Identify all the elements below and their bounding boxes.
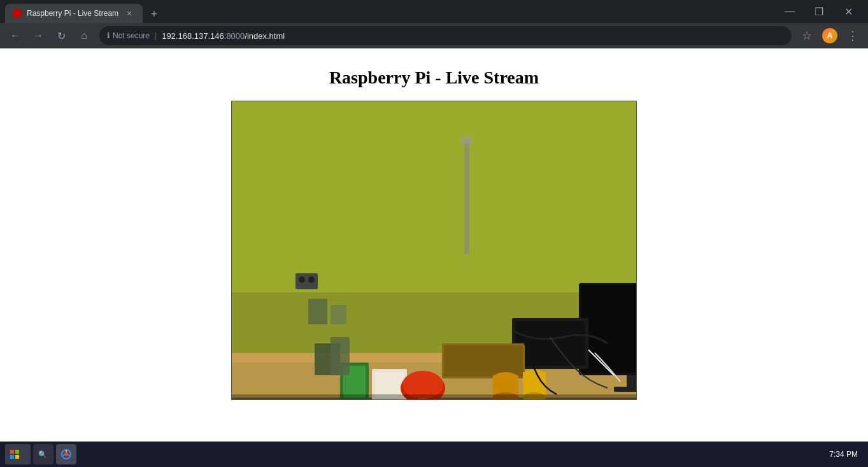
tab-area: Raspberry Pi - Live Stream × + xyxy=(5,0,775,23)
svg-rect-5 xyxy=(464,140,469,254)
page-title: Raspberry Pi - Live Stream xyxy=(329,68,539,88)
svg-point-31 xyxy=(308,277,315,283)
active-tab[interactable]: Raspberry Pi - Live Stream × xyxy=(5,4,143,23)
svg-rect-10 xyxy=(614,387,636,392)
svg-rect-8 xyxy=(581,285,636,373)
taskbar-search[interactable]: 🔍 xyxy=(33,444,53,464)
close-button[interactable]: ✕ xyxy=(834,0,863,23)
menu-button[interactable]: ⋮ xyxy=(843,25,863,46)
taskbar-time: 7:34 PM xyxy=(829,450,863,459)
browser-frame: Raspberry Pi - Live Stream × + — ❐ ✕ ← →… xyxy=(0,0,868,467)
reload-button[interactable]: ↻ xyxy=(51,25,71,46)
stream-svg xyxy=(232,101,636,399)
svg-rect-9 xyxy=(627,375,636,388)
forward-button[interactable]: → xyxy=(28,25,48,46)
home-button[interactable]: ⌂ xyxy=(74,25,94,46)
svg-rect-14 xyxy=(444,345,523,377)
window-controls: — ❐ ✕ xyxy=(775,0,863,23)
svg-rect-6 xyxy=(461,136,473,144)
svg-rect-12 xyxy=(515,321,585,366)
profile-button[interactable]: A xyxy=(820,25,840,46)
svg-rect-33 xyxy=(331,337,350,375)
svg-rect-34 xyxy=(232,394,636,399)
security-icon: ℹ Not secure xyxy=(107,31,150,40)
not-secure-label: Not secure xyxy=(113,31,150,40)
profile-avatar: A xyxy=(822,28,837,43)
url-divider: | xyxy=(155,31,157,40)
address-bar[interactable]: ℹ Not secure | 192.168.137.146:8000/inde… xyxy=(99,26,792,45)
title-bar: Raspberry Pi - Live Stream × + — ❐ ✕ xyxy=(0,0,868,23)
stream-container xyxy=(231,101,637,400)
svg-rect-35 xyxy=(10,450,14,454)
stream-image xyxy=(232,101,636,399)
svg-rect-28 xyxy=(331,305,346,324)
svg-rect-36 xyxy=(15,450,19,454)
windows-icon xyxy=(10,450,19,459)
svg-rect-1 xyxy=(232,101,636,292)
svg-rect-29 xyxy=(295,273,318,289)
bookmark-button[interactable]: ☆ xyxy=(797,25,817,46)
info-icon: ℹ xyxy=(107,31,110,40)
taskbar-chrome[interactable] xyxy=(56,444,76,464)
minimize-button[interactable]: — xyxy=(775,0,804,23)
nav-bar: ← → ↻ ⌂ ℹ Not secure | 192.168.137.146:8… xyxy=(0,23,868,48)
taskbar-start[interactable] xyxy=(5,444,31,464)
taskbar: 🔍 7:34 PM xyxy=(0,442,868,467)
tab-favicon xyxy=(13,9,22,18)
back-button[interactable]: ← xyxy=(5,25,25,46)
page-content: Raspberry Pi - Live Stream xyxy=(0,48,868,442)
url-base: 192.168.137.146 xyxy=(162,31,224,41)
svg-rect-18 xyxy=(375,372,404,398)
svg-rect-37 xyxy=(10,455,14,459)
maximize-button[interactable]: ❐ xyxy=(804,0,834,23)
svg-point-30 xyxy=(299,277,305,283)
url-display: 192.168.137.146:8000/index.html xyxy=(162,31,784,41)
tab-title: Raspberry Pi - Live Stream xyxy=(27,9,118,18)
chrome-taskbar-icon xyxy=(61,449,71,459)
url-port: :8000 xyxy=(224,31,245,41)
svg-rect-27 xyxy=(308,299,327,324)
svg-rect-38 xyxy=(15,455,19,459)
tab-close-button[interactable]: × xyxy=(124,8,135,19)
url-path: /index.html xyxy=(245,31,285,41)
new-tab-button[interactable]: + xyxy=(145,5,163,23)
